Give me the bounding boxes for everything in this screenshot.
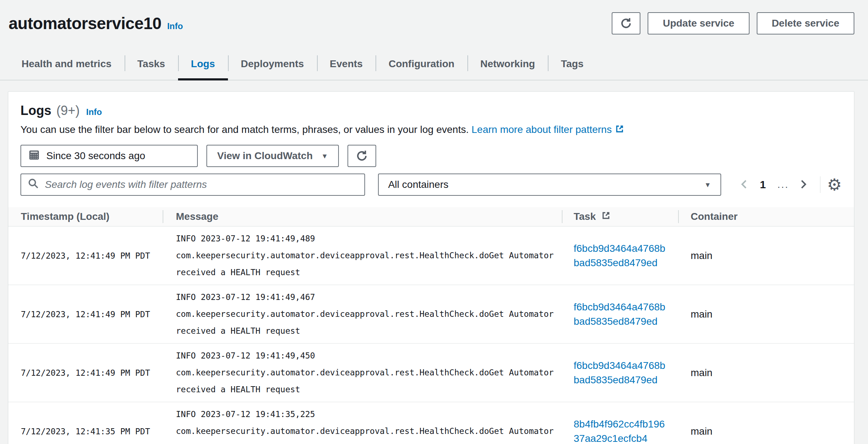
gear-icon: ⚙ (827, 175, 842, 194)
table-row: 7/12/2023, 12:41:35 PM PDT INFO 2023-07-… (8, 402, 854, 444)
container-filter-select[interactable]: All containers ▼ (378, 174, 721, 196)
title-row: automatorservice10 Info (9, 14, 183, 33)
logs-description-text: You can use the filter bar below to sear… (20, 124, 469, 135)
logs-panel: Logs (9+) Info You can use the filter ba… (8, 91, 854, 444)
task-cell: 8b4fb4f962cc4fb196 37aa29c1ecfcb4 (562, 413, 678, 444)
tab-logs[interactable]: Logs (178, 47, 228, 80)
message-cell: INFO 2023-07-12 19:41:35,225 com.keepers… (163, 402, 562, 444)
container-cell: main (678, 422, 854, 441)
timestamp-cell: 7/12/2023, 12:41:49 PM PDT (8, 365, 163, 381)
container-filter-value: All containers (388, 179, 448, 190)
cloudwatch-label: View in CloudWatch (217, 150, 313, 162)
tab-tags[interactable]: Tags (548, 47, 596, 80)
container-cell: main (678, 305, 854, 324)
pagination-divider (820, 176, 821, 193)
view-in-cloudwatch-button[interactable]: View in CloudWatch ▼ (206, 145, 339, 167)
tab-deployments[interactable]: Deployments (228, 47, 317, 80)
task-cell: f6bcb9d3464a4768b bad5835ed8479ed (562, 238, 678, 274)
table-settings-button[interactable]: ⚙ (827, 176, 842, 193)
task-link[interactable]: f6bcb9d3464a4768b bad5835ed8479ed (574, 241, 665, 270)
external-link-icon (612, 124, 625, 135)
chevron-down-icon: ▼ (704, 181, 711, 188)
column-header-message: Message (163, 207, 562, 226)
search-box (20, 174, 365, 196)
update-service-button[interactable]: Update service (648, 12, 749, 34)
task-link[interactable]: f6bcb9d3464a4768b bad5835ed8479ed (574, 300, 665, 329)
title-info-link[interactable]: Info (167, 21, 183, 31)
tab-events[interactable]: Events (317, 47, 376, 80)
chevron-left-icon (739, 179, 750, 191)
page-ellipsis: ... (772, 179, 794, 190)
refresh-icon (356, 150, 368, 162)
logs-heading: Logs (20, 103, 51, 118)
table-row: 7/12/2023, 12:41:49 PM PDT INFO 2023-07-… (8, 227, 854, 285)
table-row: 7/12/2023, 12:41:49 PM PDT INFO 2023-07-… (8, 285, 854, 344)
table-row: 7/12/2023, 12:41:49 PM PDT INFO 2023-07-… (8, 344, 854, 402)
logs-info-link[interactable]: Info (86, 107, 102, 117)
chevron-down-icon: ▼ (321, 153, 328, 159)
container-cell: main (678, 364, 854, 382)
column-header-timestamp: Timestamp (Local) (8, 207, 163, 226)
header-actions: Update service Delete service (612, 12, 854, 34)
task-link[interactable]: f6bcb9d3464a4768b bad5835ed8479ed (574, 359, 665, 387)
chevron-right-icon (798, 179, 808, 191)
logs-panel-header: Logs (9+) Info You can use the filter ba… (8, 92, 854, 135)
tab-health-and-metrics[interactable]: Health and metrics (9, 47, 125, 80)
tab-networking[interactable]: Networking (467, 47, 548, 80)
external-link-icon (601, 211, 611, 223)
delete-service-button[interactable]: Delete service (757, 12, 854, 34)
task-cell: f6bcb9d3464a4768b bad5835ed8479ed (562, 296, 678, 332)
tab-bar: Health and metrics Tasks Logs Deployment… (0, 47, 868, 80)
container-cell: main (678, 246, 854, 265)
timestamp-cell: 7/12/2023, 12:41:49 PM PDT (8, 306, 163, 323)
log-table: Timestamp (Local) Message Task Container… (8, 207, 854, 444)
logs-count-badge: (9+) (56, 103, 80, 118)
log-table-header: Timestamp (Local) Message Task Container (8, 207, 854, 227)
column-header-task: Task (562, 207, 678, 226)
calendar-icon (28, 149, 40, 163)
page-title: automatorservice10 (9, 14, 162, 33)
refresh-icon (620, 17, 632, 29)
tab-configuration[interactable]: Configuration (375, 47, 467, 80)
time-range-picker[interactable]: Since 30 seconds ago (20, 145, 198, 167)
pagination: 1 ... (736, 179, 812, 191)
logs-controls-row: Since 30 seconds ago View in CloudWatch … (8, 135, 854, 167)
tab-tasks[interactable]: Tasks (125, 47, 178, 80)
search-input[interactable] (45, 179, 358, 190)
previous-page-button[interactable] (736, 179, 753, 191)
current-page-number[interactable]: 1 (753, 179, 773, 191)
message-cell: INFO 2023-07-12 19:41:49,450 com.keepers… (163, 344, 562, 402)
task-cell: f6bcb9d3464a4768b bad5835ed8479ed (562, 355, 678, 391)
logs-filter-row: All containers ▼ 1 ... ⚙ (8, 167, 854, 196)
column-header-container: Container (678, 207, 854, 226)
task-link[interactable]: 8b4fb4f962cc4fb196 37aa29c1ecfcb4 (574, 417, 665, 444)
service-header: automatorservice10 Info Update service D… (0, 0, 868, 47)
timestamp-cell: 7/12/2023, 12:41:49 PM PDT (8, 248, 163, 264)
message-cell: INFO 2023-07-12 19:41:49,489 com.keepers… (163, 227, 562, 285)
log-table-body: 7/12/2023, 12:41:49 PM PDT INFO 2023-07-… (8, 227, 854, 444)
learn-more-link[interactable]: Learn more about filter patterns (472, 124, 625, 135)
message-cell: INFO 2023-07-12 19:41:49,467 com.keepers… (163, 285, 562, 343)
logs-description: You can use the filter bar below to sear… (20, 124, 842, 135)
next-page-button[interactable] (794, 179, 812, 191)
search-icon (28, 178, 39, 192)
timestamp-cell: 7/12/2023, 12:41:35 PM PDT (8, 423, 163, 440)
refresh-logs-button[interactable] (347, 145, 376, 167)
refresh-service-button[interactable] (612, 12, 640, 34)
time-range-value: Since 30 seconds ago (46, 150, 145, 162)
